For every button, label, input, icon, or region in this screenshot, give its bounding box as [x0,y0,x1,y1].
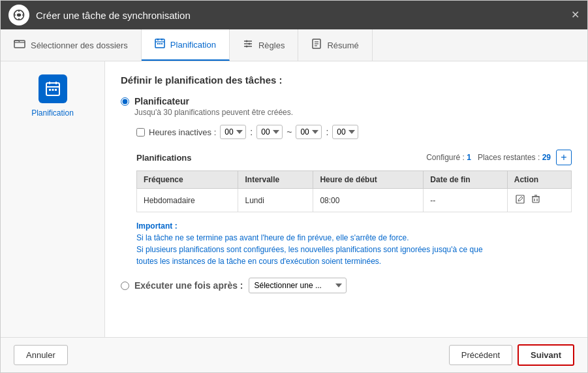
svg-rect-20 [49,89,51,91]
planificateur-label: Planificateur [134,96,293,106]
time-sep-tilde: ~ [286,127,292,137]
executer-row: Exécuter une fois après : Sélectionner u… [121,278,572,293]
footer: Annuler Précédent Suivant [1,337,587,372]
dialog-title: Créer une tâche de synchronisation [36,10,571,21]
section-title: Définir le planification des tâches : [121,74,572,86]
config-info: Configuré : 1 Places restantes : 29 [426,153,551,162]
svg-rect-22 [55,89,57,91]
svg-rect-21 [52,89,54,91]
executer-select[interactable]: Sélectionner une ... [249,278,347,293]
next-button[interactable]: Suivant [518,344,574,366]
planifications-header: Planifications Configuré : 1 Places rest… [136,150,572,165]
col-frequence: Fréquence [137,171,238,189]
sidebar-label: Planification [31,108,74,118]
time-sep-2: : [326,127,328,137]
summary-icon [311,39,322,52]
svg-rect-3 [157,43,159,44]
places-value: 29 [542,153,551,162]
delete-button[interactable] [530,193,542,207]
schedule-table: Fréquence Intervalle Heure de début Date… [136,170,572,212]
rules-icon [243,39,253,52]
important-line-1: Si la tâche ne se termine pas avant l'he… [136,232,572,244]
planificateur-radio-row: Planificateur Jusqu'à 30 planifications … [121,96,572,117]
nav-label-rules: Règles [258,41,285,50]
nav-bar: Sélectionner des dossiers Planification [1,29,587,61]
table-row: Hebdomadaire Lundi 08:00 -- [137,189,572,212]
main-content: Définir le planification des tâches : Pl… [105,61,587,337]
nav-item-folders[interactable]: Sélectionner des dossiers [1,29,142,61]
app-icon [8,5,29,25]
svg-point-9 [245,41,247,42]
places-label: Places restantes : [478,153,540,162]
nav-item-rules[interactable]: Règles [230,29,298,61]
svg-rect-5 [161,43,162,44]
sidebar-planning-icon [39,74,67,103]
important-line-2: Si plusieurs planifications sont configu… [136,244,572,255]
executer-radio[interactable] [121,282,129,290]
time-select-2[interactable]: 000130 [256,125,283,139]
heures-inactives-label: Heures inactives : [149,127,216,137]
important-line-3: toutes les instances de la tâche en cour… [136,255,572,267]
nav-label-folders: Sélectionner des dossiers [31,41,128,50]
col-heure-debut: Heure de début [313,171,424,189]
prev-button[interactable]: Précédent [449,345,512,365]
col-intervalle: Intervalle [238,171,313,189]
cell-action [507,189,571,212]
svg-rect-4 [159,43,161,44]
cell-intervalle: Lundi [238,189,313,212]
action-icons [514,193,565,207]
important-note: Important : Si la tâche ne se termine pa… [136,221,572,267]
folders-icon [14,39,25,52]
nav-label-planning: Planification [170,40,216,50]
time-sep-1: : [250,127,253,137]
add-planification-button[interactable]: + [556,150,572,165]
cell-heure-debut: 08:00 [313,189,424,212]
executer-label: Exécuter une fois après : [134,280,243,291]
dialog: Créer une tâche de synchronisation ✕ Sél… [0,0,588,373]
cancel-button[interactable]: Annuler [14,345,68,365]
content-area: Planification Définir le planification d… [1,61,587,337]
cell-frequence: Hebdomadaire [137,189,238,212]
col-date-fin: Date de fin [424,171,507,189]
time-select-4[interactable]: 000130 [332,125,358,139]
configure-value: 1 [467,153,471,162]
svg-point-11 [245,46,247,48]
time-select-3[interactable]: 000102 [296,125,322,139]
configure-label: Configuré : [426,153,465,162]
title-bar: Créer une tâche de synchronisation ✕ [1,1,587,29]
planning-icon [155,38,165,51]
close-button[interactable]: ✕ [571,10,580,20]
sidebar: Planification [1,61,105,337]
edit-button[interactable] [514,193,526,207]
important-title: Important : [136,221,572,231]
heures-inactives-checkbox[interactable] [136,128,145,137]
planifications-title: Planifications [136,153,192,163]
planificateur-sublabel: Jusqu'à 30 planifications peuvent être c… [134,108,293,117]
svg-rect-24 [533,197,539,203]
svg-point-10 [248,43,250,45]
svg-rect-23 [516,195,524,203]
cell-date-fin: -- [424,189,507,212]
planificateur-radio[interactable] [121,97,129,106]
nav-item-planning[interactable]: Planification [142,29,230,61]
heures-inactives-row: Heures inactives : 00010203 : 000130 ~ 0… [136,125,572,139]
col-action: Action [507,171,571,189]
nav-item-summary[interactable]: Résumé [298,29,372,61]
time-select-1[interactable]: 00010203 [220,125,246,139]
nav-label-summary: Résumé [327,41,358,50]
